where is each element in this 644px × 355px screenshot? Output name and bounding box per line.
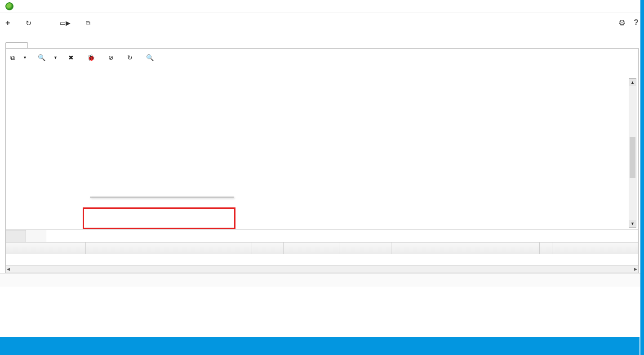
- cell-secondary: [384, 254, 436, 265]
- cell-typename: [436, 254, 527, 265]
- cell-message: [297, 254, 329, 265]
- refresh-button[interactable]: ↻: [127, 54, 135, 61]
- right-edge: [640, 0, 644, 355]
- cell-primary: [329, 254, 384, 265]
- col-filtering[interactable]: [482, 243, 540, 254]
- bottom-tabs: [6, 229, 638, 242]
- vertical-scrollbar[interactable]: ▲ ▼: [629, 78, 636, 228]
- unregister-icon: ⊘: [108, 54, 114, 61]
- scroll-right-icon[interactable]: ▶: [634, 267, 637, 271]
- tab-row: [0, 33, 644, 48]
- help-icon[interactable]: ?: [634, 18, 639, 28]
- cell-im: [585, 254, 597, 265]
- create-connection-button[interactable]: +: [5, 18, 13, 28]
- debug-button[interactable]: 🐞: [87, 54, 98, 61]
- search-button[interactable]: 🔍: [146, 54, 156, 61]
- status-bar: [0, 273, 644, 287]
- col-name[interactable]: [6, 243, 86, 254]
- debug-icon: 🐞: [87, 54, 95, 61]
- col-im[interactable]: [540, 243, 552, 254]
- scroll-down-icon[interactable]: ▼: [629, 220, 636, 227]
- cell-filtering: [527, 254, 585, 265]
- cell-name: [6, 254, 86, 265]
- uninstall-profiler-button[interactable]: ✖: [68, 54, 76, 61]
- view-icon: 🔍: [38, 54, 45, 61]
- title-bar: [0, 0, 644, 13]
- taskbar: [0, 337, 640, 355]
- toolbar-separator: [47, 18, 47, 28]
- col-modified[interactable]: [86, 243, 252, 254]
- reload-icon: ↻: [26, 19, 31, 27]
- chevron-down-icon: ▼: [53, 55, 58, 60]
- tab-details[interactable]: [26, 230, 46, 242]
- scroll-left-icon[interactable]: ◀: [7, 267, 10, 271]
- app-icon: [5, 2, 13, 10]
- unregister-button[interactable]: ⊘: [108, 54, 116, 61]
- col-message[interactable]: [252, 243, 284, 254]
- horizontal-scrollbar[interactable]: ◀ ▶: [6, 265, 638, 273]
- settings-icon[interactable]: ⚙: [618, 18, 626, 28]
- plus-icon: +: [5, 18, 10, 28]
- main-toolbar: + ↻ ▭▶ ⧉ ⚙ ?: [0, 13, 644, 33]
- plugin-tree[interactable]: [12, 76, 626, 229]
- view-profile-button[interactable]: ⧉: [86, 19, 93, 27]
- section-title: [6, 67, 638, 76]
- tab-product-dev[interactable]: [5, 42, 28, 48]
- cell-modified: [225, 254, 297, 265]
- refresh-icon: ↻: [127, 54, 133, 61]
- grid-header: [6, 243, 638, 254]
- register-dropdown[interactable]: ⧉ ▼: [10, 54, 27, 62]
- scroll-up-icon[interactable]: ▲: [629, 79, 636, 86]
- scroll-thumb[interactable]: [630, 137, 635, 178]
- tab-properties[interactable]: [6, 230, 26, 242]
- sub-toolbar: ⧉ ▼ 🔍 ▼ ✖ 🐞 ⊘ ↻ 🔍: [6, 49, 638, 67]
- replay-plugin-button[interactable]: ▭▶: [60, 19, 73, 27]
- context-menu: [90, 197, 234, 198]
- uninstall-icon: ✖: [68, 54, 74, 61]
- grid-row[interactable]: [6, 254, 638, 265]
- register-icon: ⧉: [10, 54, 15, 62]
- col-primary[interactable]: [284, 243, 339, 254]
- content-frame: ⧉ ▼ 🔍 ▼ ✖ 🐞 ⊘ ↻ 🔍: [5, 48, 639, 273]
- details-grid: ◀ ▶: [6, 242, 638, 273]
- play-icon: ▭▶: [60, 19, 71, 27]
- view-dropdown[interactable]: 🔍 ▼: [38, 54, 58, 61]
- col-secondary[interactable]: [339, 243, 391, 254]
- cell-created: [86, 254, 225, 265]
- chevron-down-icon: ▼: [23, 55, 27, 60]
- profile-icon: ⧉: [86, 19, 90, 27]
- reload-organizations-button[interactable]: ↻: [26, 19, 34, 27]
- search-icon: 🔍: [146, 54, 154, 61]
- col-typename[interactable]: [391, 243, 482, 254]
